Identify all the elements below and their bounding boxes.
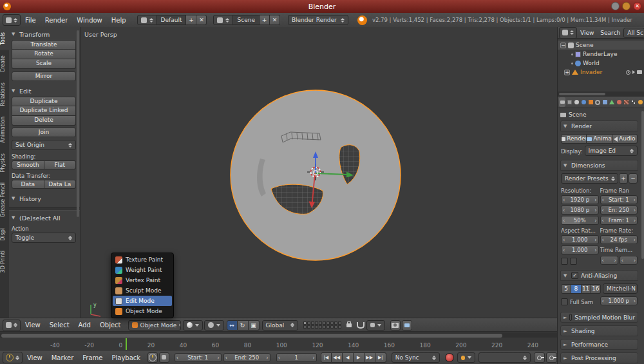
rotate-button[interactable]: Rotate	[12, 50, 76, 59]
aa-size-field[interactable]: 1.000 p	[600, 296, 638, 305]
record-button[interactable]	[445, 353, 454, 362]
tab-constraints[interactable]	[594, 97, 601, 107]
play-button[interactable]: ▶	[354, 352, 365, 363]
tab-scene[interactable]	[573, 97, 580, 107]
sampled-motion-blur-checkbox[interactable]	[569, 314, 572, 321]
properties-scrollbar[interactable]	[641, 111, 644, 259]
remove-preset-button[interactable]: −	[629, 173, 638, 184]
aspect-x-field[interactable]: 1.000	[561, 235, 599, 244]
resolution-percentage-slider[interactable]: 50%	[561, 216, 599, 225]
delete-keyframe-button[interactable]	[546, 352, 557, 363]
set-origin-dropdown[interactable]: Set Origin	[12, 140, 76, 150]
current-frame-field[interactable]: 1	[276, 353, 317, 362]
tab-particles[interactable]	[630, 97, 636, 107]
aa-samples-5[interactable]: 5	[561, 284, 571, 294]
editor-type-button[interactable]	[3, 320, 21, 331]
add-layout-button[interactable]: +	[186, 15, 196, 25]
resolution-x-field[interactable]: 1920 p	[561, 195, 599, 204]
scene-name[interactable]: Scene	[233, 15, 259, 25]
timeline-scrollbar-track[interactable]	[0, 332, 557, 338]
menu-view[interactable]: View	[21, 321, 45, 329]
remap-old-field[interactable]	[600, 256, 618, 265]
opengl-render-anim-button[interactable]	[402, 320, 412, 330]
render-engine-dropdown[interactable]: Blender Render	[288, 15, 348, 25]
tab-render-layers[interactable]	[566, 97, 573, 107]
menu-add[interactable]: Add	[74, 321, 95, 329]
screen-layout-name[interactable]: Default	[157, 15, 187, 25]
panel-header-deselect-all[interactable]: ▼ (De)select All	[12, 213, 76, 222]
panel-header-dimensions[interactable]: ▼ Dimensions	[560, 160, 638, 171]
frame-end-field[interactable]: En: 250	[600, 206, 638, 215]
anti-aliasing-checkbox[interactable]: ✓	[571, 272, 578, 279]
prev-keyframe-button[interactable]: ◀◀	[332, 352, 343, 363]
frame-step-field[interactable]: Fram: 1	[600, 216, 638, 225]
menu-marker[interactable]: Marker	[47, 354, 79, 361]
snap-magnet-icon[interactable]	[357, 322, 365, 329]
translate-button[interactable]: Translate	[12, 40, 76, 50]
tool-shelf-scrollbar[interactable]	[77, 30, 79, 217]
shade-flat-button[interactable]: Flat	[44, 160, 77, 169]
selectable-icon[interactable]	[632, 70, 635, 74]
remap-new-field[interactable]	[620, 256, 638, 265]
scene-browse-button[interactable]	[213, 15, 233, 25]
add-preset-button[interactable]: +	[619, 173, 628, 184]
expand-icon[interactable]: +	[564, 70, 570, 75]
timeline-scrollbar-thumb[interactable]	[1, 334, 502, 338]
tab-tools[interactable]: Tools	[0, 27, 9, 50]
tab-create[interactable]: Create	[0, 50, 9, 78]
sync-mode-dropdown[interactable]: No Sync	[392, 352, 440, 363]
render-animation-button[interactable]: Anima	[587, 134, 612, 144]
layers-widget[interactable]	[303, 321, 341, 329]
rotate-manipulator-toggle[interactable]: ↻	[238, 320, 249, 330]
aa-samples-8[interactable]: 8	[571, 284, 581, 294]
shade-smooth-button[interactable]: Smooth	[12, 160, 44, 169]
frame-history-toggle[interactable]	[159, 352, 169, 363]
next-keyframe-button[interactable]: ▶▶	[365, 352, 375, 363]
display-mode-dropdown[interactable]: Image Ed	[585, 146, 638, 156]
lock-icon[interactable]	[346, 323, 352, 327]
render-presets-dropdown[interactable]: Render Presets	[561, 173, 618, 184]
tab-modifiers[interactable]	[601, 97, 608, 107]
panel-header-sampled-motion-blur[interactable]: ► Sampled Motion Blur	[560, 312, 638, 323]
delete-scene-button[interactable]: ✕	[270, 15, 280, 25]
aa-samples-16[interactable]: 16	[591, 284, 601, 294]
duplicate-button[interactable]: Duplicate	[12, 97, 76, 106]
menu-object[interactable]: Object	[95, 321, 126, 329]
snap-element-dropdown[interactable]	[366, 320, 385, 330]
auto-keying-mode-dropdown[interactable]	[457, 352, 476, 363]
render-still-button[interactable]: Render	[561, 134, 587, 144]
menu-item-edit-mode[interactable]: Edit Mode	[113, 296, 172, 306]
panel-header-render[interactable]: ▼ Render	[560, 120, 638, 131]
tab-object[interactable]	[587, 97, 594, 107]
aspect-y-field[interactable]: 1.000	[561, 245, 599, 254]
render-audio-button[interactable]: Audio	[612, 134, 638, 144]
transform-orientation-dropdown[interactable]: Global	[262, 320, 298, 330]
timeline-ruler[interactable]: -40 -20 0 20 40 60 80 100 120 140 160 18…	[0, 331, 557, 350]
tab-physics[interactable]: Physics	[0, 148, 9, 178]
border-checkbox[interactable]	[561, 258, 568, 265]
sphere-object[interactable]	[231, 90, 401, 260]
panel-header-anti-aliasing[interactable]: ▼ ✓ Anti-Aliasing	[560, 270, 638, 281]
panel-header-transform[interactable]: ▼ Transform	[12, 30, 76, 39]
maximize-button[interactable]	[622, 2, 630, 10]
outliner-scope-dropdown[interactable]: All Sc	[623, 28, 644, 38]
menu-item-texture-paint[interactable]: Texture Paint	[113, 254, 172, 265]
tab-relations[interactable]: Relations	[0, 77, 9, 111]
menu-view[interactable]: View	[23, 354, 47, 361]
tab-material[interactable]	[616, 97, 622, 107]
screen-layout-browse-button[interactable]	[137, 15, 157, 25]
menu-playback[interactable]: Playback	[107, 354, 145, 361]
pivot-point-dropdown[interactable]	[204, 320, 224, 330]
crop-checkbox[interactable]	[570, 258, 577, 265]
action-toggle-dropdown[interactable]: Toggle	[12, 233, 76, 243]
outliner-row-world[interactable]: World	[558, 59, 644, 68]
outliner-row-invader[interactable]: + Invader	[558, 68, 644, 77]
viewport-shading-dropdown[interactable]	[183, 320, 203, 330]
menu-help[interactable]: Help	[107, 17, 131, 24]
renderable-camera-icon[interactable]	[637, 70, 642, 74]
tab-physics[interactable]	[637, 97, 643, 107]
menu-window[interactable]: Window	[72, 17, 106, 24]
panel-header-edit[interactable]: ▼ Edit	[12, 86, 76, 95]
jump-to-end-button[interactable]: ▶|	[375, 352, 386, 363]
menu-item-object-mode[interactable]: Object Mode	[113, 306, 172, 316]
